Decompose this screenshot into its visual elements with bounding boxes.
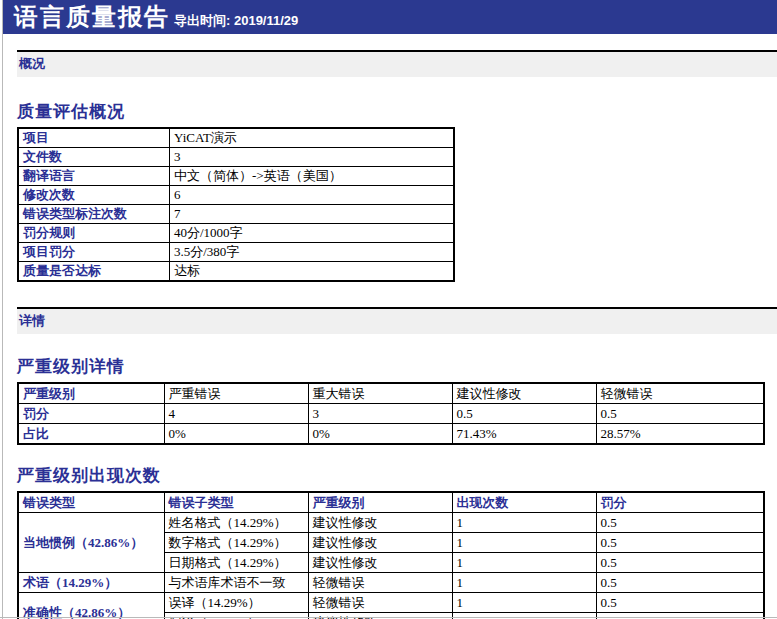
severity-table: 严重级别 严重错误 重大错误 建议性修改 轻微错误 罚分 4 3 0.5 0.5… xyxy=(17,382,765,445)
occurrence-subtitle: 严重级别出现次数 xyxy=(17,464,777,487)
column-header: 严重级别 xyxy=(308,492,452,513)
export-time: 导出时间: 2019/11/29 xyxy=(174,12,298,30)
cell-value: 28.57% xyxy=(596,424,764,445)
row-label: 罚分 xyxy=(18,404,164,424)
count-cell: 1 xyxy=(452,553,596,573)
severity-cell: 轻微错误 xyxy=(308,573,452,593)
count-cell: 1 xyxy=(452,513,596,533)
table-row: 翻译语言 中文（简体）->英语（美国） xyxy=(18,167,454,186)
row-value: 达标 xyxy=(170,262,455,282)
cell-value: 0.5 xyxy=(452,404,596,424)
row-label: 文件数 xyxy=(18,148,170,167)
row-label: 项目 xyxy=(18,128,170,148)
penalty-cell: 0.5 xyxy=(596,513,764,533)
cell-value: 3 xyxy=(308,404,452,424)
row-label: 错误类型标注次数 xyxy=(18,205,170,224)
table-row: 占比 0% 0% 71.43% 28.57% xyxy=(18,424,764,445)
section-overview-label: 概况 xyxy=(19,56,45,71)
row-value: 40分/1000字 xyxy=(170,224,455,243)
table-row: 当地惯例（42.86%） 姓名格式（14.29%） 建议性修改 1 0.5 xyxy=(18,513,764,533)
table-row: 质量是否达标 达标 xyxy=(18,262,454,282)
penalty-cell: 1 xyxy=(596,613,764,619)
row-label: 质量是否达标 xyxy=(18,262,170,282)
cell-value: 71.43% xyxy=(452,424,596,445)
column-header: 出现次数 xyxy=(452,492,596,513)
cell-value: 0% xyxy=(308,424,452,445)
severity-cell: 建议性修改 xyxy=(308,513,452,533)
row-label: 项目罚分 xyxy=(18,243,170,262)
overview-table: 项目 YiCAT演示 文件数 3 翻译语言 中文（简体）->英语（美国） 修改次… xyxy=(17,127,455,282)
column-header: 重大错误 xyxy=(308,383,452,404)
column-header: 错误子类型 xyxy=(164,492,308,513)
severity-cell: 轻微错误 xyxy=(308,593,452,613)
row-value: YiCAT演示 xyxy=(170,128,455,148)
table-row: 文件数 3 xyxy=(18,148,454,167)
error-type-cell: 当地惯例（42.86%） xyxy=(18,513,164,573)
severity-cell: 建议性修改 xyxy=(308,533,452,553)
occurrence-table: 错误类型 错误子类型 严重级别 出现次数 罚分 当地惯例（42.86%） 姓名格… xyxy=(17,491,765,619)
severity-subtitle: 严重级别详情 xyxy=(17,355,777,378)
row-label: 翻译语言 xyxy=(18,167,170,186)
table-row: 修改次数 6 xyxy=(18,186,454,205)
penalty-cell: 0.5 xyxy=(596,573,764,593)
error-subtype-cell: 数字格式（14.29%） xyxy=(164,533,308,553)
penalty-cell: 0.5 xyxy=(596,593,764,613)
table-header-row: 错误类型 错误子类型 严重级别 出现次数 罚分 xyxy=(18,492,764,513)
column-header: 严重错误 xyxy=(164,383,308,404)
column-header: 罚分 xyxy=(596,492,764,513)
report-title: 语言质量报告 xyxy=(14,0,170,34)
severity-cell: 建议性修改 xyxy=(308,553,452,573)
table-row: 项目 YiCAT演示 xyxy=(18,128,454,148)
count-cell: 2 xyxy=(452,613,596,619)
error-subtype-cell: 漏译（28.57%） xyxy=(164,613,308,619)
report-banner: 语言质量报告 导出时间: 2019/11/29 xyxy=(3,0,777,34)
table-row: 准确性（42.86%） 误译（14.29%） 轻微错误 1 0.5 xyxy=(18,593,764,613)
table-row: 术语（14.29%） 与术语库术语不一致 轻微错误 1 0.5 xyxy=(18,573,764,593)
error-subtype-cell: 误译（14.29%） xyxy=(164,593,308,613)
table-row: 项目罚分 3.5分/380字 xyxy=(18,243,454,262)
penalty-cell: 0.5 xyxy=(596,533,764,553)
table-row: 罚分规则 40分/1000字 xyxy=(18,224,454,243)
table-row: 严重级别 严重错误 重大错误 建议性修改 轻微错误 xyxy=(18,383,764,404)
row-value: 3.5分/380字 xyxy=(170,243,455,262)
error-subtype-cell: 姓名格式（14.29%） xyxy=(164,513,308,533)
row-label: 严重级别 xyxy=(18,383,164,404)
penalty-cell: 0.5 xyxy=(596,553,764,573)
page-bottom-edge xyxy=(0,617,777,618)
cell-value: 0.5 xyxy=(596,404,764,424)
row-label: 占比 xyxy=(18,424,164,445)
cell-value: 4 xyxy=(164,404,308,424)
column-header: 错误类型 xyxy=(18,492,164,513)
severity-cell: 建议性修改 xyxy=(308,613,452,619)
row-label: 修改次数 xyxy=(18,186,170,205)
section-details-label: 详情 xyxy=(19,313,45,328)
overview-subtitle: 质量评估概况 xyxy=(17,100,777,123)
row-label: 罚分规则 xyxy=(18,224,170,243)
row-value: 中文（简体）->英语（美国） xyxy=(170,167,455,186)
cell-value: 0% xyxy=(164,424,308,445)
error-type-cell: 术语（14.29%） xyxy=(18,573,164,593)
row-value: 3 xyxy=(170,148,455,167)
row-value: 7 xyxy=(170,205,455,224)
count-cell: 1 xyxy=(452,573,596,593)
error-subtype-cell: 与术语库术语不一致 xyxy=(164,573,308,593)
table-row: 错误类型标注次数 7 xyxy=(18,205,454,224)
section-details-band: 详情 xyxy=(17,307,777,334)
column-header: 建议性修改 xyxy=(452,383,596,404)
row-value: 6 xyxy=(170,186,455,205)
error-type-cell: 准确性（42.86%） xyxy=(18,593,164,619)
error-subtype-cell: 日期格式（14.29%） xyxy=(164,553,308,573)
section-overview-band: 概况 xyxy=(17,50,777,77)
count-cell: 1 xyxy=(452,593,596,613)
table-row: 罚分 4 3 0.5 0.5 xyxy=(18,404,764,424)
column-header: 轻微错误 xyxy=(596,383,764,404)
page-left-edge xyxy=(2,0,3,619)
count-cell: 1 xyxy=(452,533,596,553)
